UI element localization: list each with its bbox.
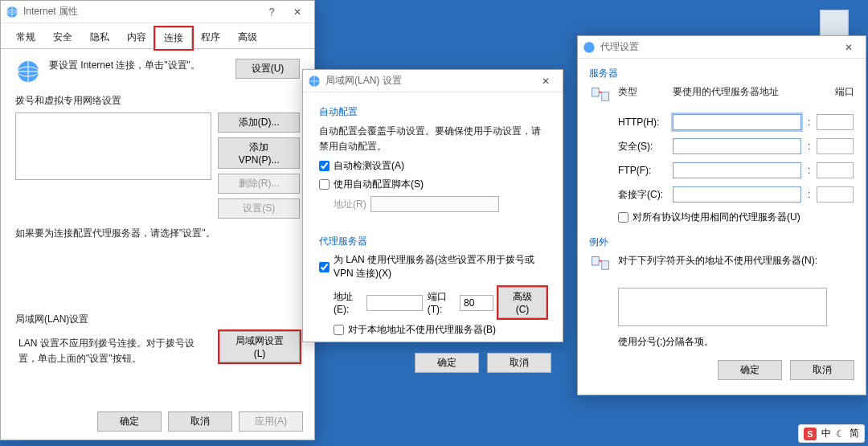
setup-text: 要设置 Internet 连接，单击"设置"。	[49, 59, 227, 72]
proxy-addr-label: 地址(E):	[334, 290, 362, 315]
servers-label: 服务器	[589, 67, 854, 80]
cancel-button[interactable]: 取消	[487, 353, 551, 373]
titlebar[interactable]: Internet 属性 ? ✕	[1, 1, 314, 23]
same-proxy-checkbox[interactable]	[618, 212, 628, 223]
globe-large-icon	[15, 59, 41, 84]
window-title: 局域网(LAN) 设置	[326, 74, 534, 88]
script-address-label: 地址(R)	[334, 198, 366, 211]
proxy-server-label: 代理服务器	[319, 235, 547, 248]
colon: :	[808, 117, 810, 128]
ftp-label: FTP(F):	[618, 165, 666, 176]
tab-connections[interactable]: 连接	[155, 27, 192, 49]
secure-port-input[interactable]	[817, 138, 854, 154]
globe-icon	[308, 75, 321, 88]
internet-options-window: Internet 属性 ? ✕ 常规 安全 隐私 内容 连接 程序 高级 要设置…	[0, 0, 315, 440]
setup-button[interactable]: 设置(U)	[235, 59, 300, 79]
colon: :	[808, 165, 810, 176]
cancel-button[interactable]: 取消	[790, 360, 854, 380]
http-port-input[interactable]	[817, 114, 854, 130]
auto-detect-label: 自动检测设置(A)	[334, 159, 404, 173]
bypass-local-checkbox[interactable]	[334, 325, 344, 335]
colon: :	[808, 189, 810, 200]
auto-config-text: 自动配置会覆盖手动设置。要确保使用手动设置，请禁用自动配置。	[319, 124, 547, 154]
globe-icon	[6, 6, 18, 18]
advanced-button[interactable]: 高级(C)	[498, 287, 547, 318]
ok-button[interactable]: 确定	[718, 360, 782, 380]
connections-listbox[interactable]	[15, 113, 211, 180]
script-address-input	[371, 196, 499, 212]
remove-button: 删除(R)...	[218, 174, 300, 194]
proxy-settings-window: 代理设置 ✕ 服务器 类型 要使用的代理服务器地址 端口 HTTP(H): : …	[577, 35, 866, 395]
window-title: Internet 属性	[23, 5, 260, 18]
socks-label: 套接字(C):	[618, 188, 666, 202]
auto-script-checkbox[interactable]	[319, 179, 330, 190]
svg-rect-6	[592, 88, 600, 97]
secure-addr-input[interactable]	[673, 138, 801, 154]
svg-rect-7	[602, 92, 609, 101]
proxy-port-label: 端口(T):	[428, 290, 455, 315]
same-proxy-label: 对所有协议均使用相同的代理服务器(U)	[633, 211, 800, 224]
ime-bar[interactable]: S 中 ☾ 简	[798, 424, 865, 443]
ime-mode: 简	[850, 427, 859, 440]
globe-icon	[583, 41, 596, 54]
auto-config-label: 自动配置	[319, 105, 547, 119]
tab-security[interactable]: 安全	[44, 27, 81, 48]
exceptions-hint: 使用分号(;)分隔各项。	[618, 335, 854, 349]
tab-content[interactable]: 内容	[118, 27, 155, 48]
dialup-label: 拨号和虚拟专用网络设置	[15, 94, 300, 108]
window-title: 代理设置	[600, 40, 837, 54]
auto-script-label: 使用自动配置脚本(S)	[334, 178, 424, 191]
close-button[interactable]: ✕	[285, 3, 309, 21]
tab-general[interactable]: 常规	[7, 27, 44, 48]
lan-settings-button[interactable]: 局域网设置(L)	[219, 331, 300, 362]
ok-button[interactable]: 确定	[415, 353, 479, 373]
ok-button[interactable]: 确定	[97, 411, 162, 432]
exceptions-text: 对于下列字符开头的地址不使用代理服务器(N):	[618, 254, 854, 268]
exceptions-textarea[interactable]	[618, 288, 827, 326]
exceptions-label: 例外	[589, 235, 854, 249]
close-button[interactable]: ✕	[837, 39, 861, 56]
add-button[interactable]: 添加(D)...	[218, 113, 300, 133]
http-label: HTTP(H):	[618, 117, 666, 128]
col-addr: 要使用的代理服务器地址	[673, 85, 801, 99]
lan-settings-window: 局域网(LAN) 设置 ✕ 自动配置 自动配置会覆盖手动设置。要确保使用手动设置…	[302, 69, 563, 342]
tab-privacy[interactable]: 隐私	[81, 27, 118, 48]
ime-lang: 中	[821, 427, 831, 440]
proxy-port-input[interactable]	[460, 295, 493, 311]
network-icon	[589, 85, 612, 108]
http-addr-input[interactable]	[673, 114, 801, 130]
svg-rect-8	[592, 257, 600, 266]
socks-addr-input[interactable]	[673, 186, 801, 203]
tabstrip: 常规 安全 隐私 内容 连接 程序 高级	[1, 23, 314, 49]
socks-port-input[interactable]	[817, 186, 854, 203]
lan-section-label: 局域网(LAN)设置	[15, 313, 300, 326]
ime-badge-icon: S	[804, 428, 817, 440]
col-type: 类型	[618, 85, 666, 99]
ftp-addr-input[interactable]	[673, 162, 801, 178]
colon: :	[808, 141, 810, 152]
svg-rect-9	[602, 261, 609, 270]
help-button[interactable]: ?	[260, 3, 284, 21]
close-button[interactable]: ✕	[534, 72, 558, 90]
conn-settings-button: 设置(S)	[218, 198, 300, 219]
ftp-port-input[interactable]	[817, 162, 854, 178]
use-proxy-label: 为 LAN 使用代理服务器(这些设置不用于拨号或 VPN 连接)(X)	[334, 253, 547, 280]
auto-detect-checkbox[interactable]	[319, 161, 330, 171]
moon-icon: ☾	[836, 428, 845, 440]
titlebar[interactable]: 代理设置 ✕	[578, 36, 866, 59]
add-vpn-button[interactable]: 添加 VPN(P)...	[218, 137, 300, 169]
svg-point-5	[583, 42, 594, 52]
tab-advanced[interactable]: 高级	[229, 27, 266, 48]
proxy-addr-input[interactable]	[366, 295, 423, 311]
apply-button: 应用(A)	[239, 411, 303, 432]
cancel-button[interactable]: 取消	[168, 411, 232, 432]
bypass-local-label: 对于本地地址不使用代理服务器(B)	[348, 323, 496, 337]
proxy-hint: 如果要为连接配置代理服务器，请选择"设置"。	[15, 227, 300, 240]
col-port: 端口	[808, 85, 854, 99]
use-proxy-checkbox[interactable]	[319, 262, 330, 272]
network-icon	[589, 254, 612, 276]
secure-label: 安全(S):	[618, 140, 666, 153]
titlebar[interactable]: 局域网(LAN) 设置 ✕	[303, 70, 563, 92]
lan-note: LAN 设置不应用到拨号连接。对于拨号设置，单击上面的"设置"按钮。	[18, 336, 213, 366]
tab-programs[interactable]: 程序	[192, 27, 229, 48]
